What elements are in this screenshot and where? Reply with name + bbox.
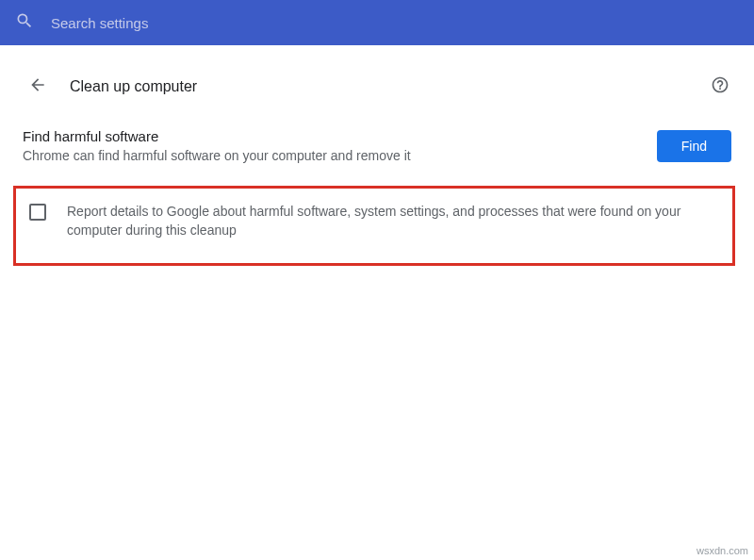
find-button[interactable]: Find [657,130,731,162]
section-description: Chrome can find harmful software on your… [23,148,638,163]
find-section: Find harmful software Chrome can find ha… [23,128,731,163]
title-row: Clean up computer [0,57,754,117]
watermark: wsxdn.com [697,545,748,556]
search-input[interactable] [51,15,739,31]
section-title: Find harmful software [23,128,638,144]
page-title: Clean up computer [70,78,709,95]
report-section-highlight: Report details to Google about harmful s… [13,186,735,266]
search-icon [15,11,34,34]
arrow-back-icon [28,75,47,98]
help-icon [711,75,729,98]
report-text: Report details to Google about harmful s… [67,202,723,240]
find-text: Find harmful software Chrome can find ha… [23,128,638,163]
content: Find harmful software Chrome can find ha… [0,128,754,266]
report-checkbox[interactable] [29,204,46,221]
search-bar [0,0,754,45]
help-button[interactable] [709,75,731,98]
back-button[interactable] [23,72,53,102]
